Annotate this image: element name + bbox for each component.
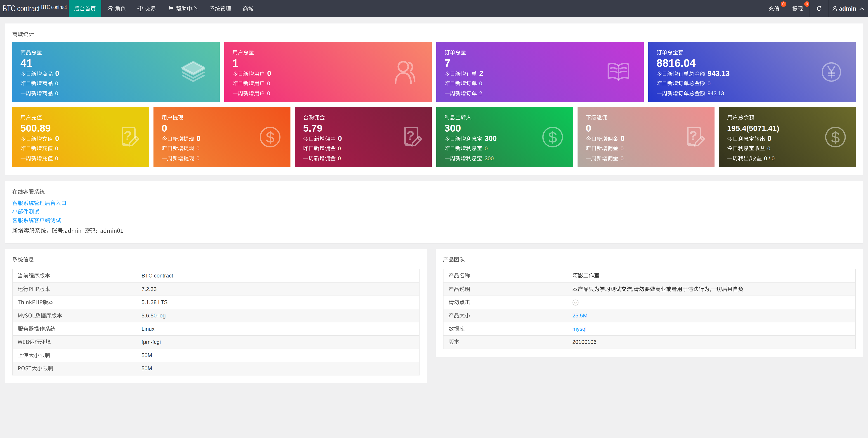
svg-text:?: ? xyxy=(406,128,414,143)
svg-text:$: $ xyxy=(266,129,274,146)
svg-text:404: 404 xyxy=(574,302,577,304)
svg-text:$: $ xyxy=(831,129,840,146)
svg-text:$: $ xyxy=(548,129,557,146)
svg-text:?: ? xyxy=(124,128,132,143)
svg-text:?: ? xyxy=(689,128,697,143)
